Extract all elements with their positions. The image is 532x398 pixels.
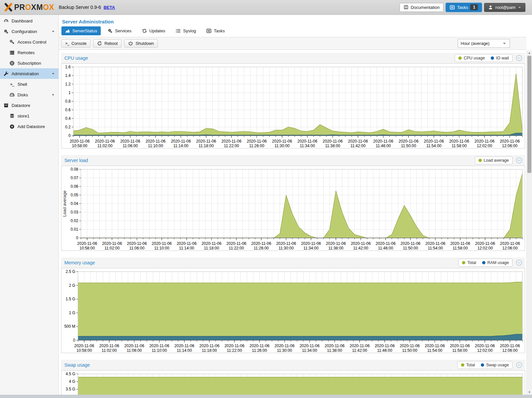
svg-text:2020-11-06: 2020-11-06 [500, 241, 520, 246]
sidebar-item-shell[interactable]: >_Shell [0, 79, 58, 89]
sidebar-item-administration[interactable]: Administration [0, 68, 58, 79]
sidebar-item-configuration[interactable]: Configuration [0, 26, 58, 37]
chart-area-icon [65, 28, 70, 33]
svg-text:2020-11-06: 2020-11-06 [500, 139, 520, 144]
legend-label: IO wait [496, 56, 509, 60]
proxmox-logo: PROXMOX [3, 2, 54, 12]
sidebar-item-datastore[interactable]: Datastore [0, 100, 58, 111]
svg-text:2020-11-06: 2020-11-06 [199, 344, 220, 348]
svg-text:2020-11-06: 2020-11-06 [250, 344, 270, 348]
box-icon [3, 103, 9, 108]
svg-text:2020-11-06: 2020-11-06 [99, 344, 120, 348]
user-menu-button[interactable]: root@pam [484, 3, 525, 12]
chevron-down-icon [50, 72, 56, 75]
tab-tasks[interactable]: Tasks [203, 26, 228, 35]
svg-text:0: 0 [73, 338, 75, 343]
legend-label: Swap usage [486, 363, 509, 367]
tasks-count-badge: 1 [470, 4, 478, 10]
sidebar-item-access-control[interactable]: Access Control [0, 37, 58, 47]
svg-text:0.07: 0.07 [71, 176, 79, 180]
sidebar-item-remotes[interactable]: Remotes [0, 47, 58, 58]
legend-dot-icon [491, 56, 494, 60]
svg-text:2020-11-06: 2020-11-06 [70, 139, 90, 144]
power-icon [128, 41, 133, 46]
chart-server-load: 00.010.020.030.040.050.060.070.082020-11… [61, 166, 525, 250]
chart-swap-usage: 0500 M1 G1.5 G2 G2.5 G3 G3.5 G4 G4.5 G20… [61, 371, 525, 395]
svg-text:11:26:00: 11:26:00 [252, 348, 267, 353]
sidebar-item-disks[interactable]: Disks [0, 89, 58, 100]
reboot-button[interactable]: Reboot [93, 39, 122, 48]
user-icon [488, 5, 493, 10]
svg-text:2020-11-06: 2020-11-06 [177, 241, 197, 246]
tasks-button[interactable]: Tasks 1 [446, 3, 482, 12]
svg-text:2020-11-06: 2020-11-06 [326, 241, 346, 246]
beta-link[interactable]: BETA [104, 5, 115, 10]
tab-label: ServerStatus [72, 28, 97, 33]
svg-text:11:10:00: 11:10:00 [154, 246, 169, 250]
horizontal-scrollbar[interactable] [0, 395, 532, 398]
sidebar-item-dashboard[interactable]: Dashboard [0, 16, 58, 26]
chart-body: 0500 M1 G1.5 G2 G2.5 G3 G3.5 G4 G4.5 G20… [61, 370, 525, 395]
tab-serverstatus[interactable]: ServerStatus [61, 26, 101, 35]
tasks-label: Tasks [457, 5, 468, 10]
svg-text:Load average: Load average [62, 190, 67, 217]
svg-text:12:06:00: 12:06:00 [502, 348, 518, 353]
collapse-panel-icon[interactable] [516, 362, 522, 368]
svg-text:2020-11-06: 2020-11-06 [323, 139, 343, 144]
scrollbar-thumb[interactable] [527, 56, 531, 173]
legend-item-cpu-usage[interactable]: CPU usage [458, 56, 485, 60]
svg-text:11:54:00: 11:54:00 [426, 144, 442, 148]
vertical-scrollbar[interactable]: ▲ ▼ [526, 50, 532, 395]
legend-label: Total [467, 260, 476, 265]
legend-item-ram-usage[interactable]: RAM usage [482, 260, 509, 265]
scroll-up-arrow[interactable]: ▲ [527, 50, 532, 55]
brand-wordmark: PROXMOX [14, 4, 54, 11]
svg-text:2020-11-06: 2020-11-06 [272, 139, 292, 144]
documentation-button[interactable]: Documentation [400, 3, 443, 12]
timeframe-select[interactable]: Hour (average) [458, 39, 510, 48]
legend-item-swap-usage[interactable]: Swap usage [481, 363, 509, 367]
chevron-down-icon [518, 6, 521, 9]
sidebar-item-add-datastore[interactable]: Add Datastore [0, 121, 58, 132]
svg-text:11:14:00: 11:14:00 [177, 348, 192, 353]
svg-text:2020-11-06: 2020-11-06 [400, 344, 420, 348]
collapse-panel-icon[interactable] [516, 55, 522, 61]
tab-syslog[interactable]: Syslog [172, 26, 199, 35]
svg-text:1.6: 1.6 [65, 65, 71, 69]
svg-text:11:02:00: 11:02:00 [97, 144, 113, 148]
tab-updates[interactable]: Updates [138, 26, 169, 35]
tachometer-icon [3, 18, 9, 23]
svg-text:2020-11-06: 2020-11-06 [227, 241, 247, 246]
svg-text:2020-11-06: 2020-11-06 [475, 139, 495, 144]
terminal-icon: >_ [65, 41, 69, 46]
svg-text:2020-11-06: 2020-11-06 [325, 344, 345, 348]
list-icon [176, 28, 181, 33]
svg-text:11:42:00: 11:42:00 [350, 144, 366, 148]
sidebar-item-label: Add Datastore [18, 124, 45, 129]
brand-letter: X [49, 3, 54, 12]
svg-text:2.5 G: 2.5 G [66, 269, 75, 274]
sidebar-item-label: Dashboard [12, 18, 33, 23]
chevron-down-icon [50, 30, 56, 33]
console-button[interactable]: >_Console [61, 39, 90, 48]
sidebar-item-store1[interactable]: store1 [0, 111, 58, 121]
svg-text:11:30:00: 11:30:00 [274, 144, 290, 148]
collapse-panel-icon[interactable] [516, 259, 522, 266]
legend-label: Load average [484, 158, 509, 163]
legend-item-total[interactable]: Total [461, 363, 475, 367]
legend-item-io-wait[interactable]: IO wait [491, 56, 509, 60]
legend-dot-icon [482, 261, 485, 264]
svg-text:1.2: 1.2 [65, 82, 71, 86]
brand-letter: O [25, 3, 31, 12]
sidebar-item-subscription[interactable]: Subscription [0, 58, 58, 68]
tab-services[interactable]: Services [104, 26, 135, 35]
collapse-panel-icon[interactable] [516, 157, 522, 164]
svg-text:2020-11-06: 2020-11-06 [450, 344, 470, 348]
svg-text:0: 0 [76, 236, 78, 240]
shutdown-button[interactable]: Shutdown [124, 39, 158, 48]
legend-item-load-average[interactable]: Load average [479, 158, 509, 163]
sidebar-item-label: Remotes [18, 50, 35, 55]
svg-text:2020-11-06: 2020-11-06 [152, 241, 172, 246]
legend-item-total[interactable]: Total [462, 260, 476, 265]
scroll-down-arrow[interactable]: ▼ [527, 390, 532, 395]
